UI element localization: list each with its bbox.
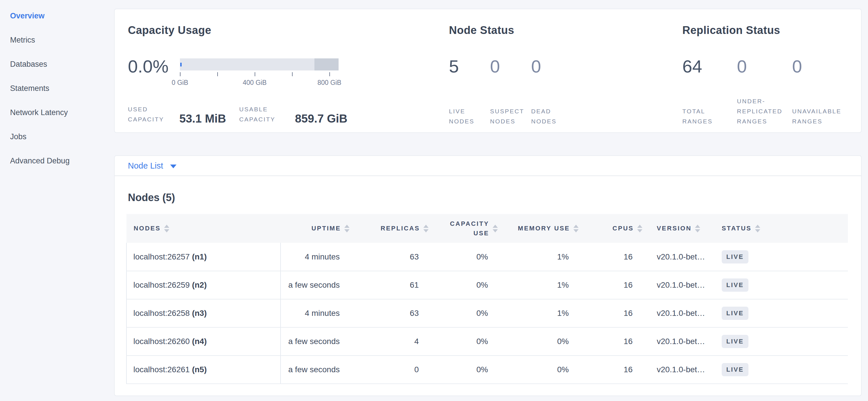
column-header-memory-use[interactable]: MEMORY USE <box>503 214 584 243</box>
sidebar-item-databases[interactable]: Databases <box>10 54 108 75</box>
table-row: localhost:26261 (n5) a few seconds 0 0% … <box>126 355 848 384</box>
replication-status-section: Replication Status 64 0 0 TOTAL RANGES U… <box>682 24 861 132</box>
column-label: CAPACITY USE <box>449 219 489 238</box>
uptime-cell: 4 minutes <box>281 243 355 271</box>
column-header-replicas[interactable]: REPLICAS <box>355 214 434 243</box>
sidebar-item-overview[interactable]: Overview <box>10 6 108 26</box>
uptime-cell: a few seconds <box>281 271 355 299</box>
under-replicated-ranges-label: UNDER-REPLICATED RANGES <box>737 96 792 126</box>
nodes-count-title: Nodes (5) <box>128 192 848 204</box>
usable-capacity-stat: USABLE CAPACITY 859.7 GiB <box>239 104 347 124</box>
table-row: localhost:26260 (n4) a few seconds 4 0% … <box>126 327 848 355</box>
column-label: VERSION <box>657 225 691 232</box>
dead-nodes-count: 0 <box>531 57 572 86</box>
used-capacity-label: USED CAPACITY <box>128 104 175 124</box>
chevron-down-icon <box>170 165 177 168</box>
sidebar-item-metrics[interactable]: Metrics <box>10 30 108 50</box>
status-badge: LIVE <box>722 250 748 263</box>
status-badge: LIVE <box>722 307 748 320</box>
node-status-section: Node Status 5 0 0 LIVE NODES SUSPECT NOD… <box>449 24 682 132</box>
gauge-tick-label-800: 800 GiB <box>317 79 341 87</box>
column-header-capacity-use[interactable]: CAPACITY USE <box>434 214 503 243</box>
sort-icon[interactable] <box>755 225 760 232</box>
capacity-gauge-bar <box>180 58 339 70</box>
live-nodes-label: LIVE NODES <box>449 106 490 126</box>
node-list-dropdown-label: Node List <box>128 161 163 171</box>
sort-icon[interactable] <box>637 225 642 232</box>
uptime-cell: a few seconds <box>281 355 355 384</box>
sidebar-item-advanced-debug[interactable]: Advanced Debug <box>10 151 108 171</box>
node-address-link[interactable]: localhost:26258 (n3) <box>133 309 207 318</box>
cpus-cell: 16 <box>584 355 648 384</box>
cluster-overview-page: Overview Metrics Databases Statements Ne… <box>0 0 868 401</box>
main-content: Capacity Usage 0.0% <box>114 9 862 396</box>
capacity-gauge: 0 GiB 400 GiB 800 GiB <box>180 58 339 87</box>
uptime-cell: 4 minutes <box>281 299 355 327</box>
memory-use-cell: 1% <box>503 271 584 299</box>
column-label: MEMORY USE <box>518 225 570 232</box>
node-list-card: Node List Nodes (5) NODES <box>114 155 862 396</box>
unavailable-ranges-count: 0 <box>792 57 855 86</box>
column-label: CPUS <box>613 225 634 232</box>
column-header-nodes[interactable]: NODES <box>126 214 281 243</box>
version-cell: v20.1.0-bet… <box>648 243 718 271</box>
capacity-use-cell: 0% <box>434 327 503 355</box>
nodes-table: NODES UPTIME REPLICAS CAPACITY USE <box>126 214 848 384</box>
capacity-gauge-reserved-segment <box>314 58 339 70</box>
capacity-gauge-ticks <box>180 72 339 78</box>
sidebar-nav: Overview Metrics Databases Statements Ne… <box>10 6 108 175</box>
sort-icon[interactable] <box>344 225 349 232</box>
sidebar-item-jobs[interactable]: Jobs <box>10 126 108 147</box>
replicas-cell: 4 <box>355 327 434 355</box>
replicas-cell: 63 <box>355 243 434 271</box>
sort-icon[interactable] <box>493 225 498 232</box>
capacity-usage-section: Capacity Usage 0.0% <box>128 24 449 132</box>
version-cell: v20.1.0-bet… <box>648 271 718 299</box>
status-badge: LIVE <box>722 363 748 376</box>
unavailable-ranges-label: UNAVAILABLE RANGES <box>792 106 855 126</box>
uptime-cell: a few seconds <box>281 327 355 355</box>
live-nodes-count: 5 <box>449 57 490 86</box>
node-list-dropdown[interactable]: Node List <box>128 161 177 171</box>
sort-icon[interactable] <box>695 225 700 232</box>
version-cell: v20.1.0-bet… <box>648 327 718 355</box>
used-capacity-value: 53.1 MiB <box>179 113 226 124</box>
node-address-link[interactable]: localhost:26260 (n4) <box>133 337 207 346</box>
cpus-cell: 16 <box>584 243 648 271</box>
dead-nodes-label: DEAD NODES <box>531 106 572 126</box>
table-row: localhost:26257 (n1) 4 minutes 63 0% 1% … <box>126 243 848 271</box>
cpus-cell: 16 <box>584 299 648 327</box>
node-address-link[interactable]: localhost:26257 (n1) <box>133 252 207 261</box>
suspect-nodes-count: 0 <box>490 57 531 86</box>
gauge-tick-label-400: 400 GiB <box>243 79 267 87</box>
column-header-uptime[interactable]: UPTIME <box>281 214 355 243</box>
sidebar-item-statements[interactable]: Statements <box>10 78 108 99</box>
total-ranges-label: TOTAL RANGES <box>682 106 737 126</box>
sort-icon[interactable] <box>574 225 579 232</box>
column-label: UPTIME <box>312 225 341 232</box>
sort-icon[interactable] <box>164 225 169 232</box>
node-status-title: Node Status <box>449 24 682 37</box>
column-header-status[interactable]: STATUS <box>718 214 848 243</box>
column-label: STATUS <box>722 225 752 232</box>
node-address-link[interactable]: localhost:26259 (n2) <box>133 281 207 289</box>
node-list-bar: Node List <box>115 156 861 176</box>
under-replicated-ranges-count: 0 <box>737 57 792 86</box>
status-badge: LIVE <box>722 279 748 292</box>
node-address-link[interactable]: localhost:26261 (n5) <box>133 365 207 374</box>
cpus-cell: 16 <box>584 327 648 355</box>
sidebar-item-network-latency[interactable]: Network Latency <box>10 103 108 123</box>
sort-icon[interactable] <box>423 225 429 232</box>
usable-capacity-label: USABLE CAPACITY <box>239 104 291 124</box>
version-cell: v20.1.0-bet… <box>648 299 718 327</box>
capacity-use-cell: 0% <box>434 299 503 327</box>
usable-capacity-value: 859.7 GiB <box>295 113 347 124</box>
column-header-version[interactable]: VERSION <box>648 214 718 243</box>
version-cell: v20.1.0-bet… <box>648 355 718 384</box>
suspect-nodes-label: SUSPECT NODES <box>490 106 531 126</box>
column-header-cpus[interactable]: CPUS <box>584 214 648 243</box>
memory-use-cell: 0% <box>503 355 584 384</box>
column-label: REPLICAS <box>380 225 420 232</box>
table-header-row: NODES UPTIME REPLICAS CAPACITY USE <box>126 214 848 243</box>
replicas-cell: 63 <box>355 299 434 327</box>
